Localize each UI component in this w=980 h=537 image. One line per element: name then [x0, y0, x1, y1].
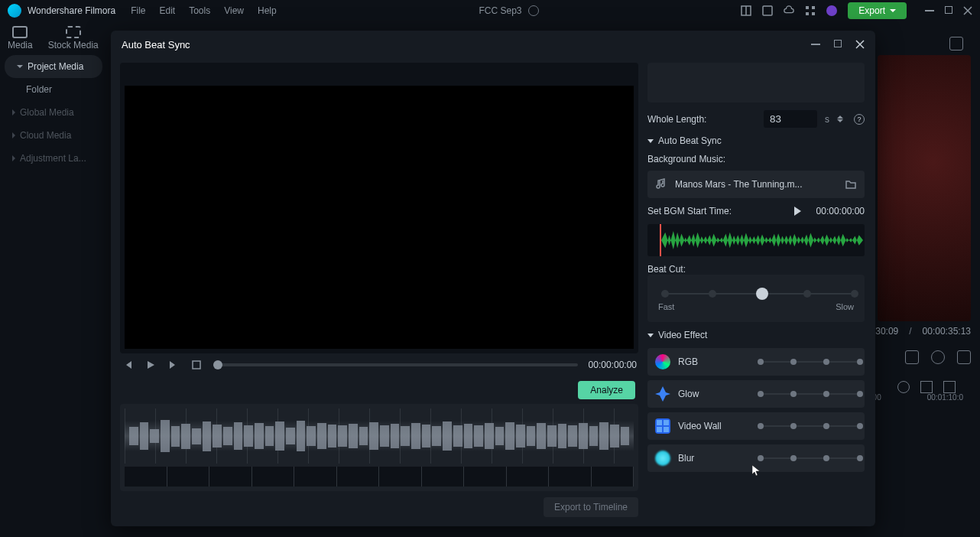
sidebar-item-global-media[interactable]: Global Media — [0, 101, 107, 124]
bgm-start-label: Set BGM Start Time: — [647, 206, 732, 216]
effect-label: Blur — [678, 453, 694, 464]
volume-icon[interactable] — [931, 350, 945, 364]
bgm-play-button[interactable] — [794, 207, 801, 216]
background-music-label: Background Music: — [647, 154, 865, 164]
prev-frame-button[interactable] — [122, 359, 134, 371]
whole-length-input[interactable] — [764, 110, 817, 128]
bgm-waveform[interactable] — [647, 224, 865, 256]
modal-close-icon[interactable] — [855, 40, 865, 49]
menu-file[interactable]: File — [131, 5, 145, 16]
preview-total-time: 00:00:35:13 — [923, 326, 971, 337]
beat-fast-label: Fast — [658, 302, 674, 311]
media-icon — [12, 26, 28, 38]
beat-cut-label: Beat Cut: — [647, 264, 686, 275]
next-frame-button[interactable] — [167, 359, 180, 371]
menu-help[interactable]: Help — [258, 5, 277, 16]
modal-maximize-icon[interactable] — [834, 40, 842, 47]
effect-slider-blur[interactable] — [758, 457, 857, 459]
export-to-timeline-button[interactable]: Export to Timeline — [544, 497, 638, 517]
export-to-timeline-label: Export to Timeline — [554, 502, 628, 513]
chevron-down-icon — [17, 65, 23, 68]
analyze-button[interactable]: Analyze — [578, 381, 635, 399]
blur-icon — [655, 451, 670, 466]
analyze-label: Analyze — [590, 385, 623, 395]
help-icon[interactable]: ? — [854, 114, 865, 125]
export-button[interactable]: Export — [848, 2, 907, 19]
preview-thumbnail — [878, 55, 971, 321]
chevron-down-icon — [647, 334, 654, 337]
svg-rect-6 — [812, 12, 815, 15]
modal-minimize-icon[interactable] — [811, 44, 820, 45]
effect-label: RGB — [678, 356, 698, 367]
section-auto-beat-sync[interactable]: Auto Beat Sync — [647, 135, 865, 146]
video-wall-icon — [655, 418, 670, 434]
effect-label: Video Wall — [678, 421, 722, 431]
snapshot-icon[interactable] — [905, 350, 919, 364]
beat-markers-strip[interactable] — [125, 467, 634, 487]
maximize-icon[interactable] — [945, 6, 952, 14]
cloud-icon[interactable] — [784, 5, 794, 16]
section-label: Video Effect — [658, 330, 707, 340]
chevron-down-icon — [647, 139, 654, 143]
menu-tools[interactable]: Tools — [189, 5, 210, 16]
menu-edit[interactable]: Edit — [160, 5, 176, 16]
background-music-row: Manos Mars - The Tunning.m... — [647, 171, 865, 198]
waveform-graphic — [661, 227, 863, 253]
time-separator: / — [909, 326, 911, 337]
add-track-icon[interactable] — [897, 381, 910, 393]
chevron-right-icon — [12, 109, 15, 116]
sidebar-item-adjustment[interactable]: Adjustment La... — [0, 147, 107, 170]
effect-slider-video-wall[interactable] — [758, 425, 857, 427]
menu-view[interactable]: View — [224, 5, 244, 16]
preview-settings-icon[interactable] — [949, 37, 963, 50]
preview-scrubber[interactable] — [213, 363, 578, 366]
bgm-start-marker[interactable] — [660, 224, 661, 256]
svg-rect-4 — [812, 6, 815, 9]
minimize-icon[interactable] — [925, 10, 934, 11]
beat-slow-label: Slow — [836, 302, 854, 311]
beat-cut-slider[interactable] — [661, 293, 851, 295]
effect-slider-glow[interactable] — [758, 393, 857, 395]
sidebar-item-project-media[interactable]: Project Media — [5, 55, 102, 78]
ruler-tick: 00:01:10:0 — [927, 393, 963, 410]
effect-row-video-wall[interactable]: Video Wall — [647, 412, 865, 440]
whole-length-stepper[interactable] — [837, 112, 846, 126]
section-video-effect[interactable]: Video Effect — [647, 330, 865, 340]
sidebar-item-label: Adjustment La... — [20, 153, 86, 164]
user-avatar[interactable] — [826, 5, 837, 16]
sidebar-item-label: Global Media — [20, 107, 74, 118]
stop-button[interactable] — [190, 359, 203, 371]
export-label: Export — [858, 5, 885, 16]
clips-placeholder — [647, 63, 865, 103]
effect-slider-rgb[interactable] — [758, 361, 857, 363]
waveform-display[interactable] — [125, 408, 634, 464]
close-icon[interactable] — [963, 6, 972, 15]
svg-rect-2 — [763, 6, 772, 15]
sidebar-item-label: Cloud Media — [20, 130, 71, 141]
preview-panel — [878, 55, 971, 321]
beat-cut-thumb[interactable] — [756, 288, 768, 300]
section-label: Auto Beat Sync — [658, 135, 722, 146]
track-options-icon[interactable] — [943, 381, 956, 393]
tab-media[interactable]: Media — [8, 26, 33, 50]
video-canvas — [125, 86, 634, 349]
fullscreen-icon[interactable] — [957, 350, 971, 364]
effect-row-blur[interactable]: Blur — [647, 444, 865, 472]
effect-row-rgb[interactable]: RGB — [647, 348, 865, 376]
tab-stock-media[interactable]: Stock Media — [48, 26, 99, 50]
sidebar-item-folder[interactable]: Folder — [0, 78, 107, 101]
effect-row-glow[interactable]: Glow — [647, 380, 865, 408]
sidebar-item-label: Project Media — [28, 61, 83, 72]
modal-title: Auto Beat Sync — [122, 39, 190, 50]
effect-label: Glow — [678, 389, 699, 399]
folder-icon[interactable] — [845, 178, 857, 190]
history-icon[interactable] — [528, 5, 539, 16]
sidebar-item-cloud-media[interactable]: Cloud Media — [0, 124, 107, 147]
play-button[interactable] — [144, 359, 157, 371]
svg-rect-5 — [806, 12, 809, 15]
apps-icon[interactable] — [805, 5, 816, 16]
track-view-icon[interactable] — [920, 381, 933, 393]
save-icon[interactable] — [762, 5, 773, 16]
project-name[interactable]: FCC Sep3 — [479, 5, 521, 16]
layout-icon[interactable] — [741, 5, 751, 16]
